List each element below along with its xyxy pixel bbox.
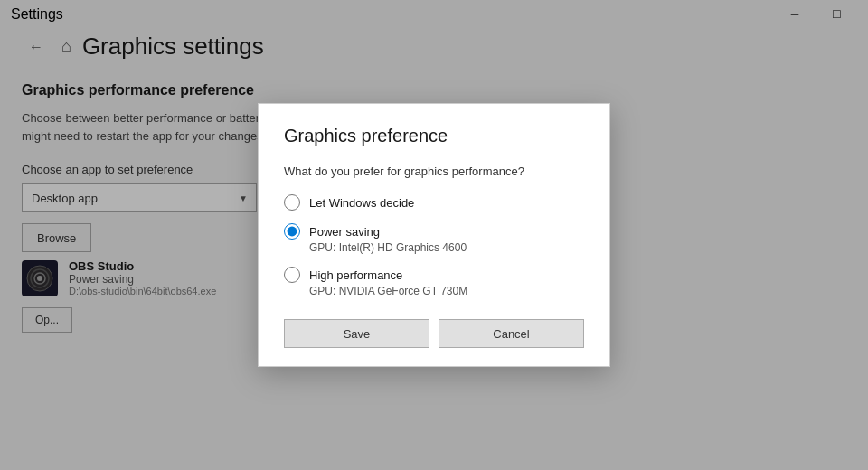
cancel-button[interactable]: Cancel — [439, 319, 584, 348]
graphics-preference-modal: Graphics preference What do you prefer f… — [258, 103, 610, 367]
radio-label-row-windows: Let Windows decide — [284, 194, 584, 211]
modal-overlay: Graphics preference What do you prefer f… — [0, 0, 868, 470]
modal-footer: Save Cancel — [284, 319, 584, 348]
radio-label-windows: Let Windows decide — [309, 196, 414, 210]
radio-item-power: Power saving GPU: Intel(R) HD Graphics 4… — [284, 223, 584, 254]
radio-sublabel-high: GPU: NVIDIA GeForce GT 730M — [309, 285, 584, 297]
radio-label-power: Power saving — [309, 225, 380, 239]
radio-label-row-high: High performance — [284, 267, 584, 283]
radio-high[interactable] — [284, 267, 300, 283]
radio-item-high: High performance GPU: NVIDIA GeForce GT … — [284, 267, 584, 297]
radio-power[interactable] — [284, 223, 300, 240]
save-button[interactable]: Save — [284, 319, 429, 348]
modal-title: Graphics preference — [284, 126, 584, 146]
radio-label-high: High performance — [309, 268, 402, 282]
radio-item-windows: Let Windows decide — [284, 194, 584, 211]
radio-group: Let Windows decide Power saving GPU: Int… — [284, 194, 584, 297]
radio-label-row-power: Power saving — [284, 223, 584, 240]
modal-question: What do you prefer for graphics performa… — [284, 164, 584, 178]
radio-windows[interactable] — [284, 194, 300, 211]
radio-sublabel-power: GPU: Intel(R) HD Graphics 4600 — [309, 241, 584, 254]
